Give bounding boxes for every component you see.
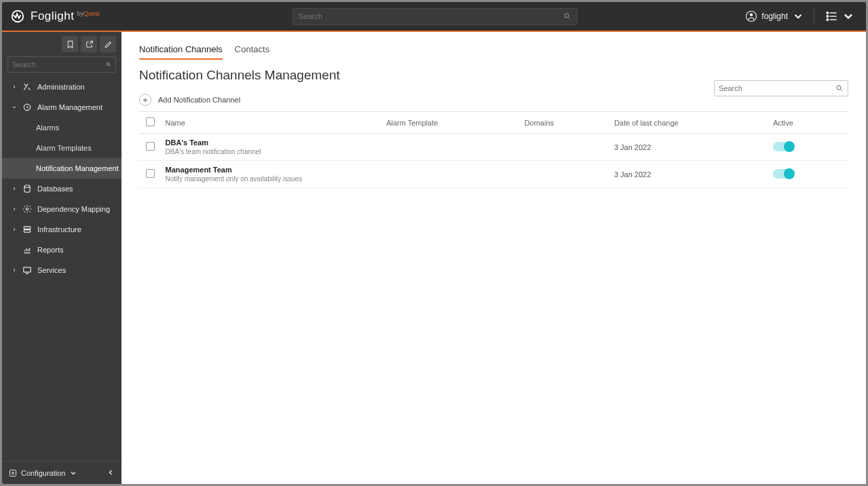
global-search[interactable] — [293, 8, 578, 25]
sidebar-search-input[interactable] — [12, 60, 106, 69]
table-row[interactable]: DBA's Team DBA's team notification chann… — [139, 134, 848, 161]
row-name: Management Team — [166, 166, 379, 174]
global-search-input[interactable] — [299, 12, 563, 20]
gear-icon — [9, 469, 17, 477]
list-icon — [825, 10, 839, 23]
search-icon — [563, 12, 571, 20]
pencil-icon — [104, 40, 113, 49]
add-notification-channel-button[interactable]: + Add Notification Channel — [139, 94, 240, 106]
database-icon — [22, 184, 32, 193]
sidebar-item-alarm-management[interactable]: Alarm Management — [2, 97, 121, 117]
sidebar-sub-alarm-templates[interactable]: Alarm Templates — [2, 138, 121, 158]
col-template[interactable]: Alarm Template — [382, 112, 521, 134]
app-menu-button[interactable] — [814, 10, 866, 23]
tools-icon — [22, 82, 32, 92]
open-button[interactable] — [81, 36, 97, 52]
logo-area: Foglight byQuest — [2, 9, 121, 24]
col-active[interactable]: Active — [769, 112, 848, 134]
col-name[interactable]: Name — [162, 112, 383, 134]
user-area: foglight — [736, 2, 866, 31]
sidebar-item-label: Alarm Management — [37, 103, 102, 111]
tab-notification-channels[interactable]: Notification Channels — [139, 44, 223, 60]
table-row[interactable]: Management Team Notify management only o… — [139, 161, 848, 188]
svg-point-4 — [750, 14, 753, 17]
svg-line-12 — [109, 65, 111, 67]
row-date: 3 Jan 2022 — [610, 134, 769, 161]
configuration-label: Configuration — [21, 469, 65, 477]
configuration-button[interactable]: Configuration — [9, 469, 77, 477]
col-date[interactable]: Date of last change — [610, 112, 769, 134]
bookmark-icon — [66, 40, 75, 49]
user-menu-button[interactable]: foglight — [736, 2, 814, 31]
user-icon — [745, 10, 757, 22]
svg-point-9 — [827, 16, 829, 18]
chevron-right-icon — [12, 267, 17, 273]
row-checkbox[interactable] — [146, 169, 155, 178]
channels-table: Name Alarm Template Domains Date of last… — [139, 111, 848, 188]
chevron-left-icon — [107, 468, 115, 476]
sidebar-sub-notification-management[interactable]: Notification Management — [2, 158, 121, 179]
toggle-knob — [784, 141, 795, 152]
chevron-down-icon — [69, 469, 77, 477]
select-all-checkbox[interactable] — [146, 117, 155, 126]
svg-rect-19 — [10, 470, 16, 476]
search-icon — [106, 60, 111, 69]
svg-point-20 — [12, 472, 14, 474]
sidebar-item-reports[interactable]: Reports — [2, 240, 121, 260]
sidebar-item-services[interactable]: Services — [2, 260, 121, 280]
by-quest-label: byQuest — [77, 10, 100, 17]
row-checkbox[interactable] — [146, 142, 155, 151]
tab-contacts[interactable]: Contacts — [235, 44, 269, 60]
sidebar-item-label: Administration — [37, 83, 85, 91]
chevron-down-icon — [842, 10, 855, 23]
row-date: 3 Jan 2022 — [610, 161, 769, 188]
table-container: Name Alarm Template Domains Date of last… — [121, 111, 866, 188]
main-content: Notification Channels Contacts Notificat… — [121, 32, 866, 484]
open-external-icon — [85, 40, 94, 49]
svg-point-8 — [827, 12, 829, 14]
bookmark-button[interactable] — [62, 36, 78, 52]
sidebar: Administration Alarm Management Alarms A… — [2, 32, 121, 484]
collapse-sidebar-button[interactable] — [107, 467, 115, 479]
body: Administration Alarm Management Alarms A… — [2, 32, 866, 484]
svg-point-21 — [837, 86, 841, 90]
table-search[interactable] — [714, 80, 848, 96]
table-header-row: Name Alarm Template Domains Date of last… — [139, 112, 848, 134]
sidebar-sub-alarms[interactable]: Alarms — [2, 117, 121, 138]
table-search-input[interactable] — [719, 84, 835, 92]
edit-button[interactable] — [100, 36, 116, 52]
foglight-logo-icon — [10, 9, 25, 24]
action-row: + Add Notification Channel — [121, 83, 866, 111]
svg-line-2 — [569, 18, 571, 20]
sidebar-item-administration[interactable]: Administration — [2, 77, 121, 97]
row-desc: DBA's team notification channel — [166, 148, 379, 155]
product-name: Foglight — [31, 10, 74, 23]
sidebar-item-label: Dependency Mapping — [37, 205, 110, 213]
sidebar-item-dependency-mapping[interactable]: Dependency Mapping — [2, 199, 121, 219]
clock-icon — [22, 102, 32, 112]
sidebar-item-infrastructure[interactable]: Infrastructure — [2, 219, 121, 240]
svg-point-10 — [827, 19, 829, 21]
svg-rect-18 — [24, 267, 31, 272]
svg-point-11 — [107, 62, 109, 65]
sidebar-search[interactable] — [7, 56, 116, 73]
active-toggle[interactable] — [773, 142, 793, 151]
tabs: Notification Channels Contacts — [121, 32, 866, 60]
chevron-down-icon — [12, 105, 17, 110]
username-label: foglight — [761, 12, 788, 21]
nav-tree: Administration Alarm Management Alarms A… — [2, 77, 121, 461]
svg-line-22 — [841, 90, 843, 92]
sidebar-toolbar — [2, 32, 121, 52]
svg-point-1 — [565, 14, 569, 18]
svg-rect-16 — [24, 227, 30, 229]
col-domains[interactable]: Domains — [521, 112, 610, 134]
sidebar-item-databases[interactable]: Databases — [2, 179, 121, 199]
active-toggle[interactable] — [773, 169, 793, 179]
row-name: DBA's Team — [166, 138, 379, 147]
sidebar-item-label: Reports — [37, 246, 64, 254]
svg-rect-17 — [24, 230, 30, 233]
plus-icon: + — [139, 94, 151, 106]
svg-point-15 — [26, 208, 29, 210]
server-icon — [22, 225, 32, 234]
monitor-icon — [22, 265, 32, 275]
